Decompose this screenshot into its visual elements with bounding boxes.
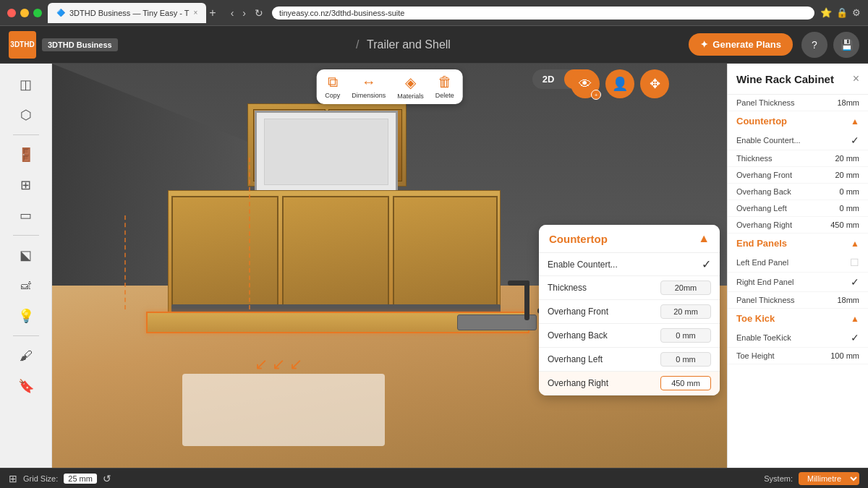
logo-area: 3DTHD 3DTHD Business [9, 31, 118, 59]
ep-thickness-value: 18mm [837, 296, 859, 304]
ct-oh-right-value: 450 mm [830, 221, 859, 229]
title-text: Trailer and Shell [367, 38, 451, 51]
system-label: System: [764, 474, 793, 483]
fp-thickness-value[interactable]: 20mm [660, 281, 711, 295]
selection-arrows: ↙↙↙ [255, 355, 302, 374]
floating-countertop-panel: Countertop ▲ Enable Countert... ✓ Thickn… [539, 225, 720, 395]
ext-icon-1: ⭐ [820, 7, 832, 18]
floating-toolbar: ⧉ Copy ↔ Dimensions ◈ Materials 🗑 Delete [316, 69, 463, 104]
title-prefix: / [356, 38, 359, 51]
tool-grid[interactable]: ⊞ [10, 171, 42, 199]
lower-door-2 [282, 196, 389, 308]
header-title: / Trailer and Shell [127, 38, 681, 51]
tab-favicon: 🔷 [56, 9, 65, 17]
prop-ct-thickness: Thickness 20 mm [728, 150, 868, 167]
save-button[interactable]: 💾 [833, 32, 859, 58]
fp-enable-label: Enable Countert... [548, 260, 618, 270]
tool-door[interactable]: 🚪 [10, 141, 42, 168]
enable-ct-label: Enable Countert... [736, 136, 801, 145]
reset-grid-icon[interactable]: ↺ [103, 473, 111, 484]
countertop-arrow-icon: ▲ [851, 116, 859, 127]
countertop-section-header[interactable]: Countertop ▲ [728, 111, 868, 131]
browser-tab[interactable]: 🔷 3DTHD Business — Tiny Easy - T × [48, 3, 206, 23]
copy-button[interactable]: ⧉ Copy [325, 74, 340, 100]
toe-kick-title: Toe Kick [736, 313, 775, 324]
end-panels-arrow-icon: ▲ [851, 239, 859, 249]
fp-oh-back-value[interactable]: 0 mm [660, 328, 711, 343]
tool-light[interactable]: 💡 [10, 302, 42, 330]
fp-enable-check[interactable]: ✓ [702, 257, 711, 271]
forward-btn[interactable]: › [239, 6, 249, 20]
enable-tk-check[interactable]: ✓ [851, 332, 859, 343]
window-controls[interactable] [7, 9, 42, 17]
tool-panel[interactable]: ▭ [10, 202, 42, 229]
ct-thickness-label: Thickness [736, 154, 773, 163]
panel-title: Wine Rack Cabinet [736, 73, 834, 85]
tool-layers[interactable]: ◫ [10, 71, 42, 98]
generate-label: Generate Plans [712, 39, 781, 50]
materials-button[interactable]: ◈ Materials [397, 74, 424, 100]
help-button[interactable]: ? [801, 32, 827, 58]
address-bar[interactable]: tinyeasy.co.nz/3dthd-business-suite [272, 7, 814, 20]
dimensions-button[interactable]: ↔ Dimensions [352, 74, 386, 100]
end-panels-title: End Panels [736, 238, 787, 249]
left-toolbar: ◫ ⬡ 🚪 ⊞ ▭ ⬕ 🛋 💡 🖌 🔖 [0, 64, 52, 468]
lower-door-3 [393, 196, 498, 308]
move-view-btn[interactable]: ✥ [640, 69, 669, 98]
prop-ep-thickness: Panel Thickness 18mm [728, 292, 868, 309]
system-select[interactable]: Millimetre [799, 472, 859, 485]
tool-paint[interactable]: 🖌 [10, 342, 42, 369]
lower-door-1 [171, 196, 278, 308]
view-2d-btn[interactable]: 2D [532, 69, 565, 89]
dimensions-label: Dimensions [352, 92, 386, 99]
logo-text: 3DTHD [10, 40, 34, 49]
person-view-btn[interactable]: 👤 [605, 69, 634, 98]
enable-tk-label: Enable ToeKick [736, 333, 791, 342]
grid-size-label: Grid Size: [23, 474, 58, 483]
ep-thickness-label: Panel Thickness [736, 296, 795, 304]
tk-height-value: 100 mm [830, 351, 859, 360]
delete-button[interactable]: 🗑 Delete [435, 74, 454, 100]
viewport[interactable]: ↙↙↙ ⧉ Copy ↔ Dimensions [52, 64, 727, 468]
tab-close-icon[interactable]: × [193, 9, 197, 17]
tool-stairs[interactable]: ⬕ [10, 241, 42, 269]
new-tab-btn[interactable]: + [209, 7, 216, 20]
fp-oh-front-label: Overhang Front [548, 307, 608, 317]
generate-icon: ✦ [700, 39, 708, 50]
minimize-window-btn[interactable] [20, 9, 29, 17]
fp-collapse-icon[interactable]: ▲ [698, 232, 710, 245]
fp-oh-front-value[interactable]: 20 mm [660, 304, 711, 319]
tool-bookmark[interactable]: 🔖 [10, 372, 42, 400]
ct-oh-right-label: Overhang Right [736, 221, 792, 229]
panel-row-thickness: Panel Thickness 18mm [728, 95, 868, 111]
toe-kick-section-header[interactable]: Toe Kick ▲ [728, 309, 868, 328]
camera-view-btn[interactable]: 👁 + [571, 69, 600, 98]
properties-panel: Wine Rack Cabinet × Panel Thickness 18mm… [727, 64, 868, 468]
logo-box: 3DTHD [9, 31, 36, 59]
end-panels-section-header[interactable]: End Panels ▲ [728, 234, 868, 253]
close-window-btn[interactable] [7, 9, 16, 17]
main-content: ◫ ⬡ 🚪 ⊞ ▭ ⬕ 🛋 💡 🖌 🔖 [0, 64, 868, 468]
copy-label: Copy [325, 92, 340, 99]
browser-tabs: 🔷 3DTHD Business — Tiny Easy - T × + [48, 3, 216, 23]
right-end-check[interactable]: ✓ [851, 276, 859, 288]
header-icons: ? 💾 [801, 32, 859, 58]
back-btn[interactable]: ‹ [228, 6, 237, 20]
left-end-check[interactable]: ☐ [850, 257, 859, 268]
ct-oh-left-label: Overhang Left [736, 204, 787, 213]
enable-ct-check[interactable]: ✓ [851, 134, 859, 146]
generate-plans-button[interactable]: ✦ Generate Plans [689, 33, 793, 56]
reload-btn[interactable]: ↻ [252, 6, 266, 20]
ct-oh-front-label: Overhang Front [736, 171, 792, 179]
materials-icon: ◈ [405, 74, 416, 91]
selection-line-2 [124, 215, 126, 309]
panel-close-btn[interactable]: × [853, 72, 859, 85]
fp-oh-right-value[interactable]: 450 mm [660, 376, 711, 390]
tool-cube[interactable]: ⬡ [10, 101, 42, 129]
screen-display [264, 119, 389, 185]
fp-oh-left-label: Overhang Left [548, 354, 603, 364]
maximize-window-btn[interactable] [33, 9, 42, 17]
fp-oh-left-value[interactable]: 0 mm [660, 352, 711, 367]
tool-couch[interactable]: 🛋 [10, 272, 42, 299]
ct-oh-back-value: 0 mm [840, 187, 860, 196]
